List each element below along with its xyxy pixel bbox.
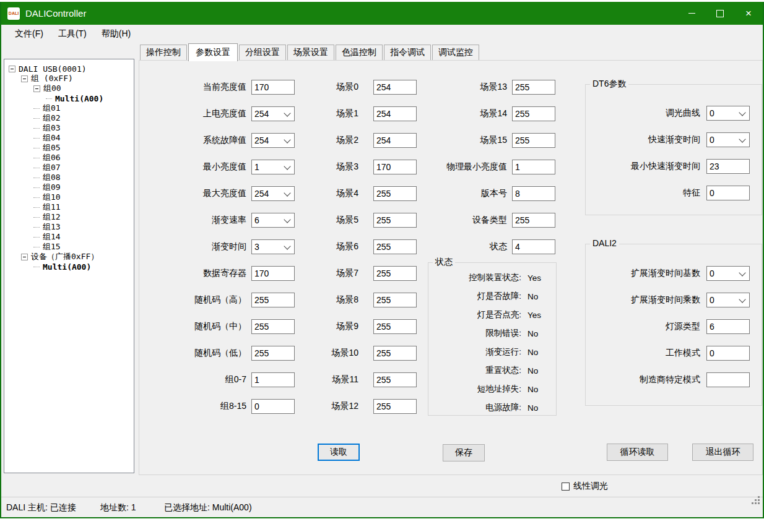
tab-grouping-settings[interactable]: 分组设置 [239,45,286,61]
titlebar[interactable]: DALI DALIController × [1,2,763,25]
loop-read-button[interactable]: 循环读取 [607,444,668,461]
field-label: 场景8 [319,294,373,306]
random-code-high-input[interactable] [251,293,295,307]
ext-fade-time-base-select[interactable]: 0 [706,266,750,281]
tree-item-group02[interactable]: 组02 [4,113,134,123]
tree-item-group03[interactable]: 组03 [4,123,134,133]
field-label: 场景13 [429,82,512,93]
min-level-select[interactable]: 1 [251,160,295,174]
tree-item-group07[interactable]: 组07 [4,163,134,173]
read-button[interactable]: 读取 [318,444,360,461]
scene-1-input[interactable] [373,106,417,121]
tab-color-temp-control[interactable]: 色温控制 [336,45,383,61]
features-input[interactable] [706,186,750,200]
light-source-type-input[interactable] [706,319,750,334]
menu-item-tools[interactable]: 工具(T) [51,26,94,42]
tree-item-group00[interactable]: 组00 [4,84,134,93]
select-value: 0 [707,108,740,118]
tree-item-multi-a00-device[interactable]: Multi(A00) [4,262,134,272]
manufacturer-mode-input[interactable] [706,372,750,387]
scene-4-input[interactable] [373,186,417,201]
scene-11-input[interactable] [373,372,417,387]
scene-13-input[interactable] [512,80,555,95]
field-label: 扩展渐变时间乘数 [586,294,706,306]
scene-0-input[interactable] [373,80,417,95]
tree-item-group11[interactable]: 组11 [4,202,134,212]
app-window: DALI DALIController × 文件(F) 工具(T) 帮助(H) … [0,2,764,518]
scene-7-input[interactable] [373,266,417,281]
save-button[interactable]: 保存 [443,444,485,461]
collapse-icon[interactable] [21,75,28,82]
fade-time-select[interactable]: 3 [251,239,295,254]
random-code-mid-input[interactable] [251,319,295,334]
group-8-15-input[interactable] [251,399,295,414]
scene-10-input[interactable] [373,346,417,361]
tab-debug-monitor[interactable]: 调试监控 [432,45,479,61]
min-fast-fade-time-input[interactable] [706,159,750,174]
version-number-input[interactable] [512,186,555,201]
dimming-curve-select[interactable]: 0 [706,106,750,121]
collapse-icon[interactable] [33,85,40,92]
scene-2-input[interactable] [373,133,417,148]
tree-item-group05[interactable]: 组05 [4,143,134,153]
collapse-icon[interactable] [21,254,28,260]
tab-scene-settings[interactable]: 场景设置 [287,45,334,61]
menu-item-help[interactable]: 帮助(H) [94,26,138,42]
field-row: 工作模式 [586,345,762,361]
exit-loop-button[interactable]: 退出循环 [692,444,753,461]
fast-fade-time-select[interactable]: 0 [706,132,750,147]
scene-14-input[interactable] [512,106,555,121]
resize-grip-icon[interactable] [758,502,760,504]
tree-item-dali-usb[interactable]: DALI USB(0001) [4,64,134,74]
tab-command-debug[interactable]: 指令调试 [384,45,431,61]
scene-12-input[interactable] [373,399,417,414]
scene-6-input[interactable] [373,239,417,254]
ext-fade-time-multiplier-select[interactable]: 0 [706,293,750,307]
fade-rate-select[interactable]: 6 [251,213,295,228]
tree-item-multi-a00[interactable]: Multi(A00) [4,93,134,103]
tab-parameter-settings[interactable]: 参数设置 [188,43,238,61]
tree-item-group08[interactable]: 组08 [4,173,134,182]
tree-item-device-broadcast[interactable]: 设备（广播0xFF） [4,252,134,262]
field-label: 扩展渐变时间基数 [586,268,706,279]
tree-item-group09[interactable]: 组09 [4,182,134,192]
status-value: No [527,292,538,301]
current-level-input[interactable] [251,80,295,95]
device-type-input[interactable] [512,213,555,228]
field-label: 场景1 [319,108,373,119]
menu-item-file[interactable]: 文件(F) [7,26,51,42]
scene-8-input[interactable] [373,293,417,307]
close-button[interactable]: × [734,2,763,25]
tree-item-group14[interactable]: 组14 [4,232,134,242]
system-failure-level-select[interactable]: 254 [251,133,295,148]
tree-connector [33,267,40,267]
tree-connector [33,168,40,168]
scene-5-input[interactable] [373,213,417,228]
group-0-7-input[interactable] [251,372,295,387]
maximize-button[interactable] [706,2,734,25]
scene-15-input[interactable] [512,133,555,148]
device-tree[interactable]: DALI USB(0001) 组 (0xFF) 组00 Multi(A00) 组… [4,59,134,473]
random-code-low-input[interactable] [251,346,295,361]
max-level-select[interactable]: 254 [251,186,295,201]
minimize-button[interactable] [677,2,706,25]
data-register-input[interactable] [251,266,295,281]
tree-item-group12[interactable]: 组12 [4,212,134,222]
tree-item-group06[interactable]: 组06 [4,153,134,163]
operating-mode-input[interactable] [706,346,750,361]
scene-3-input[interactable] [373,160,417,174]
physical-min-level-input[interactable] [512,160,555,174]
status-value-input[interactable] [512,239,555,254]
tree-item-group04[interactable]: 组04 [4,133,134,143]
tree-item-group-0xff[interactable]: 组 (0xFF) [4,74,134,84]
power-on-level-select[interactable]: 254 [251,106,295,121]
tree-item-group10[interactable]: 组10 [4,192,134,202]
tree-item-label: DALI USB(0001) [19,64,87,74]
tree-item-group15[interactable]: 组15 [4,242,134,252]
linear-dimming-checkbox[interactable] [562,483,570,491]
tree-item-group13[interactable]: 组13 [4,222,134,232]
collapse-icon[interactable] [9,66,15,72]
tree-item-group01[interactable]: 组01 [4,103,134,113]
scene-9-input[interactable] [373,319,417,334]
tab-operation-control[interactable]: 操作控制 [140,45,187,61]
